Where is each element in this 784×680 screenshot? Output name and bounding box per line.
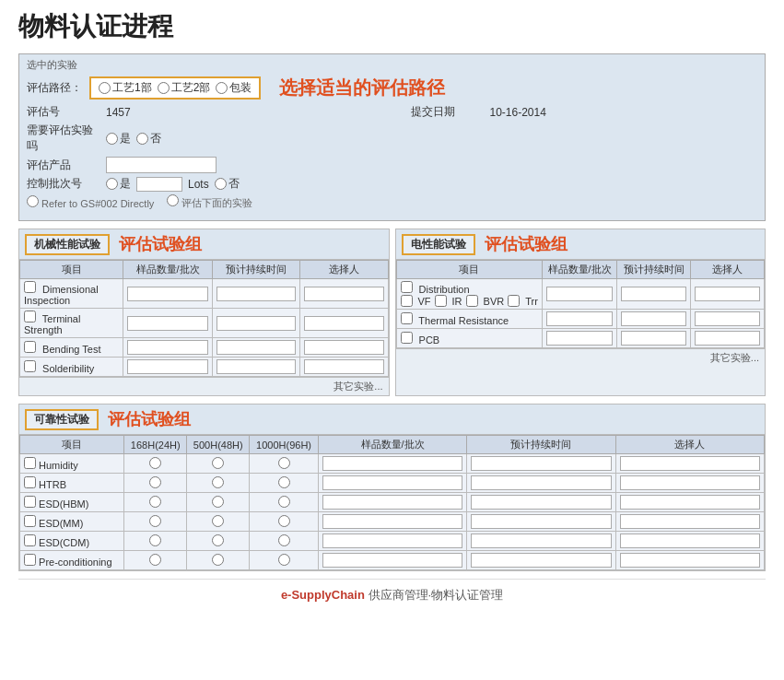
elec-sel-2[interactable] [695, 311, 760, 326]
rel-col-168h: 168H(24H) [124, 436, 187, 454]
rel-qty-esdhbm[interactable] [322, 495, 462, 510]
rel-check-htrb[interactable] [24, 476, 36, 488]
electrical-table: 项目 样品数量/批次 预计持续时间 选择人 Distribution VF [396, 260, 766, 348]
rel-time-humidity[interactable] [471, 456, 611, 471]
mech-check-2[interactable] [24, 311, 36, 322]
mech-time-4[interactable] [216, 359, 296, 374]
rel-check-esd-cdm[interactable] [24, 534, 36, 546]
mech-time-3[interactable] [216, 340, 296, 355]
rel-168h-esdcdm[interactable] [149, 534, 161, 546]
rel-168h-precon[interactable] [149, 554, 161, 566]
dist-ir[interactable] [435, 295, 447, 307]
rel-qty-humidity[interactable] [322, 456, 462, 471]
selected-exp-title: 选中的实验 [27, 58, 757, 72]
rel-col-qty: 样品数量/批次 [318, 436, 466, 454]
rel-1000h-precon[interactable] [278, 554, 290, 566]
control-lot-no[interactable]: 否 [215, 176, 240, 192]
elec-qty-3[interactable] [546, 331, 613, 346]
rel-sel-esdcdm[interactable] [620, 533, 760, 548]
rel-sel-esdmm[interactable] [620, 514, 760, 529]
rel-168h-esdhbm[interactable] [149, 496, 161, 508]
rel-168h-htrb[interactable] [149, 476, 161, 488]
rel-500h-precon[interactable] [212, 554, 224, 566]
mech-qty-1[interactable] [127, 287, 208, 301]
needs-eval-no[interactable]: 否 [136, 131, 161, 147]
elec-check-3[interactable] [401, 332, 413, 344]
mech-more-experiments[interactable]: 其它实验... [19, 377, 389, 395]
elec-qty-1[interactable] [546, 287, 613, 301]
rel-check-esd-hbm[interactable] [24, 496, 36, 508]
mech-time-1[interactable] [216, 287, 296, 301]
elec-item-3: PCB [396, 329, 542, 348]
rel-time-precon[interactable] [471, 553, 611, 568]
control-lot-yes[interactable]: 是 [106, 176, 131, 192]
eval-path-option-2[interactable]: 工艺2部 [158, 80, 211, 96]
rel-qty-htrb[interactable] [322, 475, 462, 490]
elec-sel-1[interactable] [695, 287, 760, 301]
rel-time-esdhbm[interactable] [471, 495, 611, 510]
rel-500h-esdcdm[interactable] [212, 534, 224, 546]
elec-time-1[interactable] [621, 287, 686, 301]
refer-label[interactable]: Refer to GS#002 Directly [27, 195, 154, 209]
elec-qty-2[interactable] [546, 311, 613, 326]
rel-qty-esdmm[interactable] [322, 514, 462, 529]
rel-check-esd-mm[interactable] [24, 515, 36, 527]
rel-168h-esdmm[interactable] [149, 515, 161, 527]
rel-col-sel: 选择人 [615, 436, 764, 454]
rel-sel-esdhbm[interactable] [620, 495, 760, 510]
elec-check-1[interactable] [401, 281, 413, 293]
product-input[interactable] [106, 157, 216, 173]
rel-sel-precon[interactable] [620, 553, 760, 568]
mech-qty-2[interactable] [127, 316, 208, 331]
rel-500h-esdhbm[interactable] [212, 496, 224, 508]
rel-1000h-htrb[interactable] [278, 476, 290, 488]
mech-sel-1[interactable] [304, 287, 383, 301]
eval-sub-label[interactable]: 评估下面的实验 [167, 194, 252, 210]
rel-qty-precon[interactable] [322, 553, 462, 568]
eval-path-radio-1[interactable] [99, 82, 111, 94]
needs-eval-yes[interactable]: 是 [106, 131, 131, 147]
rel-1000h-esdcdm[interactable] [278, 534, 290, 546]
rel-check-humidity[interactable] [24, 457, 36, 469]
mechanical-group-header: 机械性能试验 评估试验组 [19, 229, 389, 260]
rel-500h-htrb[interactable] [212, 476, 224, 488]
dist-bvr[interactable] [466, 295, 478, 307]
rel-500h-humidity[interactable] [212, 457, 224, 469]
rel-time-esdmm[interactable] [471, 514, 611, 529]
eval-path-radio-3[interactable] [216, 82, 228, 94]
eval-path-option-3[interactable]: 包装 [216, 80, 252, 96]
mech-qty-4[interactable] [127, 359, 208, 374]
rel-qty-esdcdm[interactable] [322, 533, 462, 548]
lots-input[interactable] [136, 177, 182, 192]
mech-check-4[interactable] [24, 360, 36, 372]
rel-1000h-humidity[interactable] [278, 457, 290, 469]
control-lot-options: 是 Lots 否 [106, 176, 240, 192]
form-row-control-lot: 控制批次号 是 Lots 否 [27, 176, 374, 192]
rel-1000h-esdhbm[interactable] [278, 496, 290, 508]
mech-sel-3[interactable] [304, 340, 383, 355]
rel-time-htrb[interactable] [471, 475, 611, 490]
dist-vf[interactable] [401, 295, 413, 307]
elec-time-2[interactable] [621, 311, 686, 326]
mech-sel-4[interactable] [304, 359, 383, 374]
eval-path-radio-2[interactable] [158, 82, 170, 94]
rel-check-precon[interactable] [24, 554, 36, 566]
eval-path-option-1[interactable]: 工艺1部 [99, 80, 152, 96]
rel-500h-esdmm[interactable] [212, 515, 224, 527]
elec-sel-3[interactable] [695, 331, 760, 346]
elec-time-3[interactable] [621, 331, 686, 346]
rel-sel-humidity[interactable] [620, 456, 760, 471]
mech-check-1[interactable] [24, 281, 36, 293]
mech-qty-3[interactable] [127, 340, 208, 355]
mech-time-2[interactable] [216, 316, 296, 331]
mech-sel-2[interactable] [304, 316, 383, 331]
mech-check-3[interactable] [24, 341, 36, 353]
elec-check-2[interactable] [401, 312, 413, 324]
rel-time-esdcdm[interactable] [471, 533, 611, 548]
rel-sel-htrb[interactable] [620, 475, 760, 490]
rel-1000h-esdmm[interactable] [278, 515, 290, 527]
dist-trr[interactable] [508, 295, 520, 307]
elec-col-sel: 选择人 [691, 261, 765, 279]
rel-168h-humidity[interactable] [149, 457, 161, 469]
elec-more-experiments[interactable]: 其它实验... [396, 348, 766, 367]
